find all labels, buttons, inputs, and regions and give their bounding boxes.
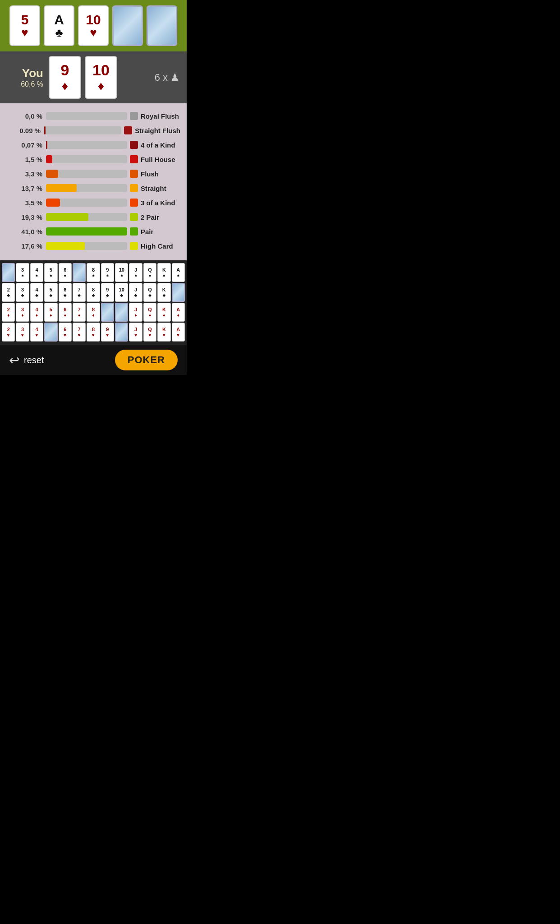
community-card-Ac[interactable]: A♣ [44, 5, 74, 46]
stat-row-flush: 3,3 %Flush [6, 167, 180, 180]
stat-bar-bg [46, 213, 127, 221]
stat-bar-bg [46, 112, 127, 120]
mini-card-J-hearts[interactable]: J♥ [129, 323, 142, 342]
mini-card-facedown[interactable] [73, 263, 86, 282]
stat-bar-bg [46, 227, 127, 236]
mini-card-3-clubs[interactable]: 3♣ [16, 283, 29, 302]
stat-bar-fill [46, 184, 77, 192]
mini-card-3-hearts[interactable]: 3♥ [16, 323, 29, 342]
stat-pct: 41,0 % [6, 228, 42, 236]
stat-bar-fill [44, 126, 46, 134]
stat-dot [130, 184, 138, 192]
mini-card-5-diamonds[interactable]: 5♦ [44, 303, 57, 322]
stat-dot [130, 170, 138, 178]
community-cards-area: 5♥A♣10♥ [0, 0, 187, 51]
mini-card-J-diamonds[interactable]: J♦ [129, 303, 142, 322]
mini-card-facedown[interactable] [172, 283, 185, 302]
mini-card-6-hearts[interactable]: 6♥ [59, 323, 72, 342]
stat-bar-bg [46, 155, 127, 163]
poker-button[interactable]: POKER [115, 350, 178, 370]
mini-card-2-clubs[interactable]: 2♣ [2, 283, 15, 302]
player-area: You 60,6 % 9♦10♦ 6 x ♟ [0, 51, 187, 103]
mini-card-facedown[interactable] [115, 323, 128, 342]
mini-card-Q-spades[interactable]: Q♠ [143, 263, 156, 282]
mini-card-2-diamonds[interactable]: 2♦ [2, 303, 15, 322]
stat-row-3-of-a-kind: 3,5 %3 of a Kind [6, 196, 180, 209]
mini-card-8-hearts[interactable]: 8♥ [87, 323, 100, 342]
community-card-5h[interactable]: 5♥ [9, 5, 40, 46]
stat-pct: 13,7 % [6, 185, 42, 192]
mini-card-facedown[interactable] [2, 263, 15, 282]
stat-dot [130, 141, 138, 149]
stat-dot [130, 227, 138, 236]
mini-card-K-clubs[interactable]: K♣ [157, 283, 170, 302]
stat-dot [130, 242, 138, 250]
mini-card-Q-diamonds[interactable]: Q♦ [143, 303, 156, 322]
community-card-fd1[interactable] [112, 5, 143, 46]
mini-card-4-spades[interactable]: 4♠ [30, 263, 43, 282]
mini-card-7-hearts[interactable]: 7♥ [73, 323, 86, 342]
mini-card-2-hearts[interactable]: 2♥ [2, 323, 15, 342]
stat-label: Straight [141, 185, 166, 192]
stat-label: 4 of a Kind [141, 141, 175, 149]
stat-label: Full House [141, 156, 175, 163]
stat-bar-bg [44, 126, 121, 134]
mini-card-9-hearts[interactable]: 9♥ [101, 323, 114, 342]
reset-button[interactable]: ↩ reset [9, 353, 44, 368]
stat-label: Straight Flush [135, 127, 180, 134]
stat-row-2-pair: 19,3 %2 Pair [6, 211, 180, 223]
card-suit: ♥ [21, 27, 28, 38]
mini-card-6-clubs[interactable]: 6♣ [59, 283, 72, 302]
mini-card-7-diamonds[interactable]: 7♦ [73, 303, 86, 322]
mini-card-9-clubs[interactable]: 9♣ [101, 283, 114, 302]
mini-card-Q-hearts[interactable]: Q♥ [143, 323, 156, 342]
mini-card-4-diamonds[interactable]: 4♦ [30, 303, 43, 322]
mini-card-K-hearts[interactable]: K♥ [157, 323, 170, 342]
mini-card-A-spades[interactable]: A♠ [172, 263, 185, 282]
mini-card-facedown[interactable] [115, 303, 128, 322]
mini-card-3-diamonds[interactable]: 3♦ [16, 303, 29, 322]
mini-card-7-clubs[interactable]: 7♣ [73, 283, 86, 302]
mini-card-A-diamonds[interactable]: A♦ [172, 303, 185, 322]
mini-card-K-diamonds[interactable]: K♦ [157, 303, 170, 322]
mini-card-4-clubs[interactable]: 4♣ [30, 283, 43, 302]
mini-card-8-clubs[interactable]: 8♣ [87, 283, 100, 302]
mini-card-5-spades[interactable]: 5♠ [44, 263, 57, 282]
mini-card-Q-clubs[interactable]: Q♣ [143, 283, 156, 302]
mini-card-8-spades[interactable]: 8♠ [87, 263, 100, 282]
mini-card-facedown[interactable] [44, 323, 57, 342]
mini-card-9-spades[interactable]: 9♠ [101, 263, 114, 282]
stat-bar-bg [46, 242, 127, 250]
stat-row-straight-flush: 0.09 %Straight Flush [6, 124, 180, 137]
mini-card-facedown[interactable] [101, 303, 114, 322]
mini-card-J-spades[interactable]: J♠ [129, 263, 142, 282]
mini-card-8-diamonds[interactable]: 8♦ [87, 303, 100, 322]
hole-card-0[interactable]: 9♦ [49, 56, 81, 99]
mini-card-3-spades[interactable]: 3♠ [16, 263, 29, 282]
player-hole-cards: 9♦10♦ [49, 56, 117, 99]
mini-card-10-spades[interactable]: 10♠ [115, 263, 128, 282]
community-card-10h[interactable]: 10♥ [78, 5, 109, 46]
mini-card-A-hearts[interactable]: A♥ [172, 323, 185, 342]
hole-card-1[interactable]: 10♦ [85, 56, 117, 99]
mini-card-K-spades[interactable]: K♠ [157, 263, 170, 282]
stat-bar-bg [46, 184, 127, 192]
stats-area: 0,0 %Royal Flush0.09 %Straight Flush0,07… [0, 103, 187, 260]
stat-bar-fill [46, 242, 85, 250]
player-info: You 60,6 % [7, 66, 43, 88]
mini-card-4-hearts[interactable]: 4♥ [30, 323, 43, 342]
stat-bar-bg [46, 170, 127, 178]
community-card-fd2[interactable] [147, 5, 177, 46]
mini-card-5-clubs[interactable]: 5♣ [44, 283, 57, 302]
card-row-spades: 3♠4♠5♠6♠8♠9♠10♠J♠Q♠K♠A♠ [2, 263, 185, 282]
mini-card-J-clubs[interactable]: J♣ [129, 283, 142, 302]
stat-pct: 0,07 % [6, 141, 42, 149]
stat-pct: 0.09 % [6, 127, 41, 134]
mini-card-6-diamonds[interactable]: 6♦ [59, 303, 72, 322]
mini-card-10-clubs[interactable]: 10♣ [115, 283, 128, 302]
stat-row-straight: 13,7 %Straight [6, 182, 180, 194]
stat-label: 2 Pair [141, 213, 159, 221]
stat-bar-bg [46, 141, 127, 149]
mini-card-6-spades[interactable]: 6♠ [59, 263, 72, 282]
stat-row-full-house: 1,5 %Full House [6, 153, 180, 166]
